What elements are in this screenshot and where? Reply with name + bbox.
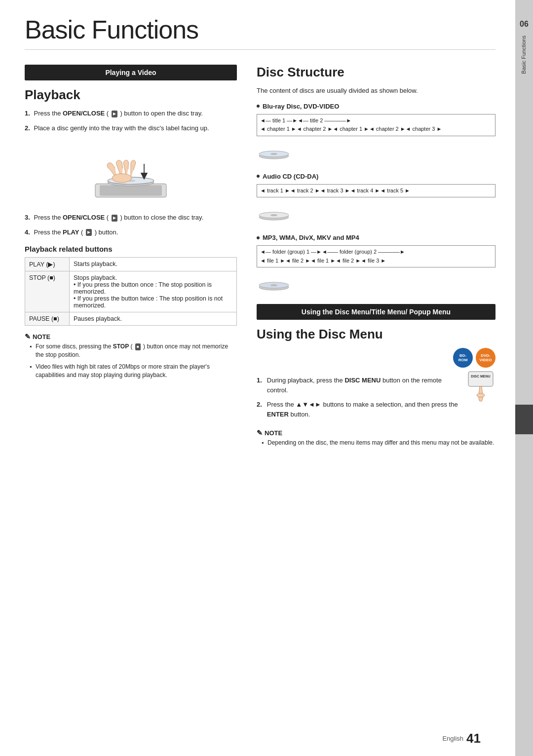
disc-menu-note-label: NOTE: [265, 429, 282, 437]
t-sep6: ►: [405, 187, 410, 195]
stop-icon: ■: [49, 274, 53, 281]
side-tab-dark-block: [515, 405, 533, 434]
fi-sep1: ◄: [260, 257, 266, 265]
pause-icon: ■: [53, 315, 57, 322]
svg-point-5: [112, 174, 132, 183]
fi-sep5: ►◄: [355, 257, 366, 265]
f-arrow3: ————►: [378, 248, 405, 257]
step-3-bold: OPEN/CLOSE: [63, 214, 105, 221]
page-container: 06 Basic Functions Basic Functions Playi…: [0, 0, 533, 756]
fi-sep2: ►◄: [280, 257, 291, 265]
disc-menu-note-icon: ✎: [257, 429, 263, 437]
disc-menu-header-text: Using the Disc Menu/Title Menu/ Popup Me…: [302, 308, 451, 316]
ch-sep6: ►: [436, 125, 442, 134]
audiocd-label-text: Audio CD (CD-DA): [263, 173, 318, 180]
svg-point-8: [270, 153, 277, 155]
fi3: file 1: [316, 257, 330, 265]
note-list: For some discs, pressing the STOP ( ■ ) …: [25, 342, 237, 380]
audiocd-diagram: ◄ track 1 ►◄ track 2 ►◄ track 3 ►◄ track…: [257, 184, 495, 198]
title2-label: title 2: [308, 116, 324, 125]
disc-menu-button-icon: DISC MENU: [466, 371, 495, 407]
list-item: Depending on the disc, the menu items ma…: [262, 439, 495, 447]
bluray-diagram: ◄— title 1 —►◄— title 2 ————► ◄ chapter …: [257, 114, 495, 136]
open-close-icon-2: ▶: [112, 215, 117, 222]
t-sep3: ►◄: [315, 187, 326, 195]
disc-menu-bold: DISC MENU: [344, 377, 381, 384]
t5: track 5: [385, 187, 405, 195]
ch-sep3: ►◄: [327, 125, 338, 134]
disc-step-2: 2. Press the ▲▼◄► buttons to make a sele…: [257, 400, 459, 419]
bluray-label-text: Blu-ray Disc, DVD-VIDEO: [263, 103, 339, 110]
disc-step-1-num: 1.: [257, 376, 262, 395]
t-sep4: ►◄: [345, 187, 356, 195]
disc-structure-title: Disc Structure: [257, 65, 495, 80]
t1: track 1: [266, 187, 285, 195]
disc-menu-steps: 1. During playback, press the DISC MENU …: [257, 376, 459, 419]
bd-rom-badge: BD-ROM: [453, 348, 473, 368]
side-tab-number: 06: [520, 20, 529, 29]
stop-inline-icon: ■: [135, 343, 141, 350]
title-row: ◄— title 1 —►◄— title 2 ————►: [260, 116, 492, 125]
fi-sep6: ►: [381, 257, 386, 265]
dvd-video-badge: DVD-VIDEO: [476, 348, 495, 368]
list-item: Video files with high bit rates of 20Mbp…: [30, 363, 237, 380]
play-icon: ▶: [86, 229, 92, 236]
fi2: file 2: [291, 257, 305, 265]
step-list-2: 3. Press the OPEN/CLOSE ( ▶ ) button to …: [25, 213, 237, 237]
language-label: English: [442, 735, 463, 742]
disc-structure-intro: The content of discs are usually divided…: [257, 86, 495, 96]
left-column: Playing a Video Playback 1. Press the OP…: [25, 65, 237, 451]
svg-rect-1: [100, 185, 162, 196]
fi-sep3: ►◄: [305, 257, 316, 265]
play-description: Starts playback.: [70, 258, 237, 271]
bluray-section: Blu-ray Disc, DVD-VIDEO ◄— title 1 —►◄— …: [257, 103, 495, 164]
playback-table: PLAY (▶) Starts playback. STOP (■) Stops…: [25, 257, 237, 326]
t4: track 4: [355, 187, 375, 195]
bullet-dot: [257, 105, 260, 108]
mp3-label: MP3, WMA, DivX, MKV and MP4: [257, 234, 495, 241]
t-sep2: ►◄: [285, 187, 296, 195]
svg-rect-15: [468, 372, 493, 386]
table-row: STOP (■) Stops playback. • If you press …: [25, 271, 237, 312]
right-column: Disc Structure The content of discs are …: [257, 65, 495, 451]
chapter-row: ◄ chapter 1 ►◄ chapter 2 ►◄ chapter 1 ►◄…: [260, 125, 492, 134]
step-list: 1. Press the OPEN/CLOSE ( ▶ ) button to …: [25, 109, 237, 133]
title1-label: title 1: [271, 116, 287, 125]
ch-sep5: ►◄: [400, 125, 411, 134]
svg-point-11: [270, 214, 277, 216]
note-section: ✎ NOTE For some discs, pressing the STOP…: [25, 333, 237, 380]
step-3-num: 3.: [25, 214, 30, 221]
file-row: ◄ file 1 ►◄ file 2 ►◄ file 1 ►◄ file 2 ►…: [260, 257, 492, 265]
side-tab: 06 Basic Functions: [515, 0, 533, 756]
disc-menu-content: 1. During playback, press the DISC MENU …: [257, 371, 495, 424]
disc-menu-header: Using the Disc Menu/Title Menu/ Popup Me…: [257, 304, 495, 320]
step-4-num: 4.: [25, 228, 30, 236]
fg1: folder (group) 1: [271, 248, 311, 257]
t-sep5: ►◄: [375, 187, 385, 195]
bluray-label: Blu-ray Disc, DVD-VIDEO: [257, 103, 495, 110]
pause-button-label: PAUSE (■): [25, 312, 70, 326]
playback-related-title: Playback related buttons: [25, 245, 237, 253]
ch2: chapter 2: [302, 125, 328, 134]
step-1-bold: OPEN/CLOSE: [63, 110, 105, 117]
enter-bold: ENTER: [267, 411, 289, 418]
pause-description: Pauses playback.: [70, 312, 237, 326]
fi-sep4: ►◄: [330, 257, 341, 265]
playback-title: Playback: [25, 87, 237, 103]
ch5: chapter 3: [411, 125, 437, 134]
main-content: Basic Functions Playing a Video Playback…: [0, 0, 515, 756]
arrow-right: ————►: [324, 116, 351, 125]
ch3: chapter 1: [338, 125, 364, 134]
ch4: chapter 2: [375, 125, 400, 134]
list-item: For some discs, pressing the STOP ( ■ ) …: [30, 342, 237, 360]
folder-row: ◄— folder (group) 1 —►◄—— folder (group)…: [260, 248, 492, 257]
page-number: 41: [466, 731, 481, 746]
mp3-section: MP3, WMA, DivX, MKV and MP4 ◄— folder (g…: [257, 234, 495, 295]
step-1: 1. Press the OPEN/CLOSE ( ▶ ) button to …: [25, 109, 237, 118]
svg-text:DISC MENU: DISC MENU: [471, 375, 490, 378]
disc-menu-note: ✎ NOTE Depending on the disc, the menu i…: [257, 429, 495, 447]
step-3: 3. Press the OPEN/CLOSE ( ▶ ) button to …: [25, 213, 237, 223]
open-close-icon-1: ▶: [112, 111, 117, 117]
fi1: file 1: [266, 257, 280, 265]
remote-button-svg: DISC MENU: [466, 371, 495, 405]
